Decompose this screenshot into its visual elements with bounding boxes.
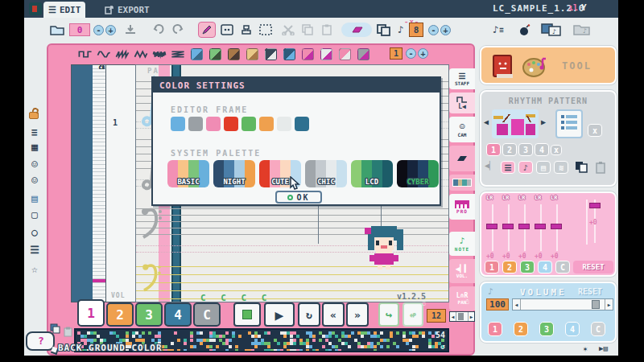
dialog-titlebar[interactable]: COLOR SETTINGS: [153, 78, 440, 93]
stop-button[interactable]: [233, 302, 261, 327]
paste-icon[interactable]: [320, 22, 333, 38]
noise-wave-icon[interactable]: [151, 46, 167, 62]
checker-noise-icon[interactable]: [170, 46, 186, 62]
scroll-left-arrow[interactable]: ◀: [450, 312, 456, 321]
pulse-wave-icon[interactable]: [114, 46, 130, 62]
tone-flag-icon[interactable]: [355, 46, 371, 62]
rhythm-list-button[interactable]: [555, 109, 583, 138]
mixer-channel-4[interactable]: 4: [538, 261, 552, 274]
editor-frame-swatch-2[interactable]: [188, 117, 203, 131]
list-star-icon[interactable]: ☆: [27, 262, 42, 277]
channel-tab-1[interactable]: 1: [77, 299, 105, 327]
palette-tool-icon[interactable]: [522, 54, 549, 80]
editor-frame-swatch-7[interactable]: [277, 117, 291, 131]
note-length-minus-button[interactable]: -: [428, 25, 439, 35]
song-list-button[interactable]: ♪≡: [493, 22, 504, 38]
staff-view-button[interactable]: ☰ STAFF: [449, 68, 475, 89]
master-slider-handle[interactable]: [589, 203, 601, 208]
editor-frame-swatch-3[interactable]: [206, 117, 221, 131]
select-tool-button[interactable]: [259, 22, 272, 38]
rhythm-copy-icon[interactable]: [575, 161, 588, 174]
pan-view-button[interactable]: L∩R PAN: [449, 286, 475, 311]
manual-book-icon[interactable]: [491, 54, 515, 80]
song-folder-button[interactable]: ♪: [573, 22, 592, 38]
mixer-channel-1[interactable]: 1: [485, 261, 499, 274]
footer-play-clip-icon[interactable]: ▶▤: [599, 344, 608, 352]
copy-icon[interactable]: [301, 22, 314, 38]
song-screens-button[interactable]: ♪: [541, 22, 562, 38]
square-wave-icon[interactable]: [77, 46, 93, 62]
mixer-channel-C[interactable]: C: [555, 261, 570, 274]
note-view-button[interactable]: ♪ NOTE: [449, 232, 475, 256]
sine-wave-icon[interactable]: [96, 46, 112, 62]
triangle-wave-icon[interactable]: [133, 46, 149, 62]
tab-edit[interactable]: ☰ EDIT: [43, 2, 85, 18]
tone-l-icon[interactable]: [299, 46, 316, 62]
editor-frame-swatch-5[interactable]: [242, 117, 256, 131]
palette-basic[interactable]: BASIC: [167, 160, 209, 187]
palette-night[interactable]: NIGHT: [213, 160, 255, 187]
repeat-bar-button[interactable]: ↪: [378, 302, 399, 327]
volume-channel-1[interactable]: 1: [488, 322, 502, 336]
list-icon[interactable]: ☰: [27, 243, 42, 257]
play-button[interactable]: ▶: [264, 302, 295, 327]
volume-scrollbar[interactable]: ◀ ▶: [512, 298, 613, 311]
smiley-open-icon[interactable]: ☺: [27, 174, 42, 188]
piano-block-icon[interactable]: ▦: [27, 140, 42, 154]
pencil-tool-button[interactable]: [198, 22, 216, 38]
editor-frame-swatch-8[interactable]: [295, 117, 309, 131]
rhythm-seq-button[interactable]: ☰: [501, 161, 515, 174]
keyboard-icon[interactable]: ▤: [27, 191, 42, 206]
pan-slider-handle-1[interactable]: [486, 224, 497, 229]
cam-button[interactable]: ☺ CAM: [449, 117, 475, 142]
rhythm-bars-button[interactable]: ▤: [536, 161, 551, 174]
tone-cup-icon[interactable]: [318, 46, 334, 62]
scroll-right-arrow[interactable]: ▶: [468, 312, 474, 321]
cut-icon[interactable]: [282, 22, 295, 38]
rhythm-close-button[interactable]: x: [588, 124, 602, 137]
rhythm-prev-arrow[interactable]: ◀: [484, 117, 489, 126]
save-icon[interactable]: [124, 22, 137, 38]
staff-lines-icon[interactable]: ≡: [27, 125, 42, 140]
open-folder-button[interactable]: [50, 22, 64, 38]
circle-tool-icon[interactable]: ○: [27, 225, 42, 240]
scroll-handle[interactable]: [458, 313, 464, 320]
volume-channel-C[interactable]: C: [591, 322, 605, 336]
channel-tab-C[interactable]: C: [193, 302, 221, 327]
pro-mode-button[interactable]: PRO: [449, 194, 475, 220]
help-bubble[interactable]: ?: [26, 331, 55, 351]
volume-channel-2[interactable]: 2: [514, 322, 528, 336]
forward-button[interactable]: »: [346, 302, 369, 327]
palette-strip-button[interactable]: [449, 175, 475, 191]
rhythm-slot-1[interactable]: 1: [486, 143, 501, 156]
volume-handle[interactable]: [592, 300, 600, 309]
rhythm-slot-3[interactable]: 3: [518, 143, 533, 156]
mixer-channel-3[interactable]: 3: [520, 261, 535, 274]
redo-icon[interactable]: [171, 22, 184, 38]
loop-plus-button[interactable]: +: [105, 25, 116, 35]
lock-open-icon[interactable]: [27, 108, 43, 119]
page-icon[interactable]: ▢: [27, 208, 42, 222]
loop-minus-button[interactable]: -: [93, 25, 104, 35]
timeline-paste-icon[interactable]: [63, 327, 73, 337]
undo-icon[interactable]: [153, 22, 166, 38]
rhythm-mute-icon[interactable]: ◀▏: [485, 161, 494, 170]
tone-wave-mountain-icon[interactable]: [281, 46, 297, 62]
palette-lcd[interactable]: LCD: [351, 160, 393, 187]
loop-play-button[interactable]: ↻: [298, 302, 320, 327]
tone-jump-button[interactable]: L◀: [449, 93, 475, 113]
pan-slider-handle-4[interactable]: [535, 224, 546, 229]
pan-slider-handle-2[interactable]: [502, 224, 514, 229]
tone-icecream-icon[interactable]: [188, 46, 204, 62]
channel-tab-2[interactable]: 2: [106, 302, 134, 327]
tone-minus-button[interactable]: -: [406, 48, 416, 59]
rhythm-slot-4[interactable]: 4: [535, 143, 549, 156]
mixer-reset-button[interactable]: RESET: [573, 261, 613, 274]
rewind-button[interactable]: «: [322, 302, 345, 327]
ok-button[interactable]: OK: [275, 191, 322, 204]
pan-slider-handle-5[interactable]: [551, 224, 562, 229]
tone-plus-button[interactable]: +: [418, 48, 428, 59]
stamp-tool-button[interactable]: [240, 22, 253, 38]
eraser-tool-button[interactable]: [341, 23, 372, 37]
rhythm-paste-icon[interactable]: [594, 161, 607, 174]
